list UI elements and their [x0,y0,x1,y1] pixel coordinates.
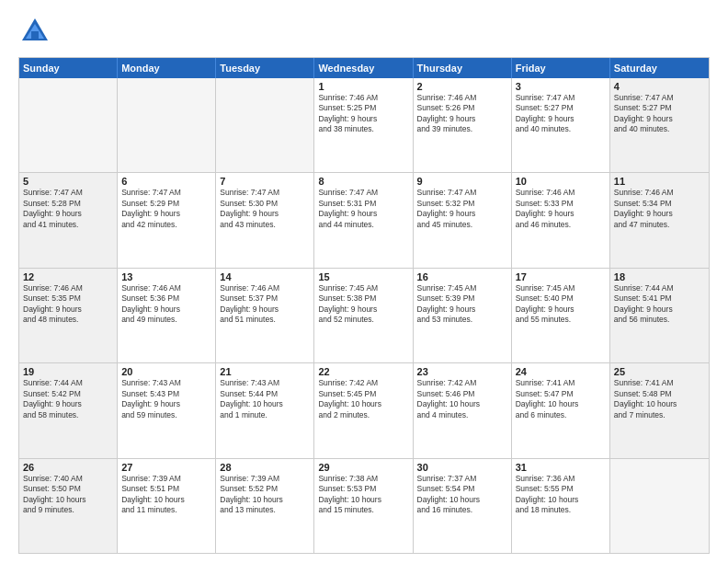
day-number: 22 [318,366,408,377]
weekday-header: Saturday [610,58,709,78]
day-number: 26 [23,462,113,473]
cell-info: Sunrise: 7:46 AMSunset: 5:25 PMDaylight:… [318,93,408,135]
cell-info: Sunrise: 7:47 AMSunset: 5:28 PMDaylight:… [23,188,113,230]
day-number: 23 [417,366,507,377]
logo [18,15,55,48]
cell-info: Sunrise: 7:40 AMSunset: 5:50 PMDaylight:… [23,474,113,516]
calendar-cell: 15Sunrise: 7:45 AMSunset: 5:38 PMDayligh… [314,269,413,362]
cell-info: Sunrise: 7:45 AMSunset: 5:39 PMDaylight:… [417,283,507,326]
day-number: 9 [417,176,507,187]
calendar-row: 5Sunrise: 7:47 AMSunset: 5:28 PMDaylight… [19,172,709,267]
cell-info: Sunrise: 7:42 AMSunset: 5:45 PMDaylight:… [318,378,408,420]
calendar-cell: 9Sunrise: 7:47 AMSunset: 5:32 PMDaylight… [414,173,512,267]
day-number: 19 [23,366,113,377]
calendar-cell: 16Sunrise: 7:45 AMSunset: 5:39 PMDayligh… [414,269,512,362]
header [18,15,710,48]
calendar-cell: 18Sunrise: 7:44 AMSunset: 5:41 PMDayligh… [610,269,709,362]
cell-info: Sunrise: 7:46 AMSunset: 5:36 PMDaylight:… [121,283,211,326]
cell-info: Sunrise: 7:46 AMSunset: 5:37 PMDaylight:… [220,283,310,326]
calendar-cell: 3Sunrise: 7:47 AMSunset: 5:27 PMDaylight… [512,78,610,172]
calendar-cell: 6Sunrise: 7:47 AMSunset: 5:29 PMDaylight… [118,173,216,267]
day-number: 8 [318,176,408,187]
cell-info: Sunrise: 7:47 AMSunset: 5:31 PMDaylight:… [318,188,408,230]
day-number: 21 [220,366,310,377]
svg-rect-2 [31,31,39,40]
cell-info: Sunrise: 7:45 AMSunset: 5:40 PMDaylight:… [516,283,606,326]
cell-info: Sunrise: 7:46 AMSunset: 5:26 PMDaylight:… [417,93,507,135]
weekday-header: Monday [118,58,216,78]
day-number: 24 [516,366,606,377]
cell-info: Sunrise: 7:47 AMSunset: 5:27 PMDaylight:… [614,93,705,135]
calendar-cell: 8Sunrise: 7:47 AMSunset: 5:31 PMDaylight… [314,173,413,267]
cell-info: Sunrise: 7:36 AMSunset: 5:55 PMDaylight:… [516,474,606,516]
day-number: 16 [417,271,507,282]
calendar-cell: 23Sunrise: 7:42 AMSunset: 5:46 PMDayligh… [414,363,512,457]
cell-info: Sunrise: 7:42 AMSunset: 5:46 PMDaylight:… [417,378,507,420]
day-number: 15 [318,271,408,282]
cell-info: Sunrise: 7:46 AMSunset: 5:33 PMDaylight:… [516,188,606,230]
cell-info: Sunrise: 7:43 AMSunset: 5:43 PMDaylight:… [121,378,211,420]
day-number: 29 [318,462,408,473]
cell-info: Sunrise: 7:47 AMSunset: 5:29 PMDaylight:… [121,188,211,230]
calendar-cell: 24Sunrise: 7:41 AMSunset: 5:47 PMDayligh… [512,363,610,457]
calendar-cell: 29Sunrise: 7:38 AMSunset: 5:53 PMDayligh… [314,459,413,553]
day-number: 11 [614,176,705,187]
cell-info: Sunrise: 7:37 AMSunset: 5:54 PMDaylight:… [417,474,507,516]
day-number: 7 [220,176,310,187]
calendar-cell: 11Sunrise: 7:46 AMSunset: 5:34 PMDayligh… [610,173,709,267]
day-number: 3 [516,81,606,92]
cell-info: Sunrise: 7:41 AMSunset: 5:48 PMDaylight:… [614,378,705,420]
calendar-body: 1Sunrise: 7:46 AMSunset: 5:25 PMDaylight… [19,78,709,553]
day-number: 17 [516,271,606,282]
day-number: 6 [121,176,211,187]
calendar-cell: 5Sunrise: 7:47 AMSunset: 5:28 PMDaylight… [19,173,118,267]
calendar-cell: 31Sunrise: 7:36 AMSunset: 5:55 PMDayligh… [512,459,610,553]
calendar: SundayMondayTuesdayWednesdayThursdayFrid… [18,57,710,554]
calendar-cell: 19Sunrise: 7:44 AMSunset: 5:42 PMDayligh… [19,363,118,457]
calendar-cell: 13Sunrise: 7:46 AMSunset: 5:36 PMDayligh… [118,269,216,362]
day-number: 28 [220,462,310,473]
weekday-header: Friday [512,58,610,78]
calendar-cell: 4Sunrise: 7:47 AMSunset: 5:27 PMDaylight… [610,78,709,172]
calendar-cell [216,78,314,172]
calendar-header: SundayMondayTuesdayWednesdayThursdayFrid… [19,58,709,78]
calendar-cell [610,459,709,553]
weekday-header: Sunday [19,58,118,78]
cell-info: Sunrise: 7:39 AMSunset: 5:52 PMDaylight:… [220,474,310,516]
cell-info: Sunrise: 7:47 AMSunset: 5:32 PMDaylight:… [417,188,507,230]
calendar-cell [118,78,216,172]
day-number: 27 [121,462,211,473]
calendar-cell: 10Sunrise: 7:46 AMSunset: 5:33 PMDayligh… [512,173,610,267]
weekday-header: Tuesday [216,58,314,78]
cell-info: Sunrise: 7:44 AMSunset: 5:41 PMDaylight:… [614,283,705,326]
cell-info: Sunrise: 7:43 AMSunset: 5:44 PMDaylight:… [220,378,310,420]
calendar-cell: 27Sunrise: 7:39 AMSunset: 5:51 PMDayligh… [118,459,216,553]
calendar-cell: 22Sunrise: 7:42 AMSunset: 5:45 PMDayligh… [314,363,413,457]
cell-info: Sunrise: 7:47 AMSunset: 5:27 PMDaylight:… [516,93,606,135]
day-number: 18 [614,271,705,282]
page: SundayMondayTuesdayWednesdayThursdayFrid… [0,0,728,563]
day-number: 12 [23,271,113,282]
day-number: 5 [23,176,113,187]
cell-info: Sunrise: 7:38 AMSunset: 5:53 PMDaylight:… [318,474,408,516]
calendar-row: 1Sunrise: 7:46 AMSunset: 5:25 PMDaylight… [19,78,709,172]
calendar-cell: 30Sunrise: 7:37 AMSunset: 5:54 PMDayligh… [414,459,512,553]
calendar-row: 19Sunrise: 7:44 AMSunset: 5:42 PMDayligh… [19,362,709,457]
day-number: 1 [318,81,408,92]
day-number: 2 [417,81,507,92]
calendar-cell: 14Sunrise: 7:46 AMSunset: 5:37 PMDayligh… [216,269,314,362]
cell-info: Sunrise: 7:47 AMSunset: 5:30 PMDaylight:… [220,188,310,230]
day-number: 30 [417,462,507,473]
day-number: 31 [516,462,606,473]
calendar-cell: 12Sunrise: 7:46 AMSunset: 5:35 PMDayligh… [19,269,118,362]
calendar-cell: 7Sunrise: 7:47 AMSunset: 5:30 PMDaylight… [216,173,314,267]
calendar-cell: 20Sunrise: 7:43 AMSunset: 5:43 PMDayligh… [118,363,216,457]
weekday-header: Wednesday [314,58,413,78]
cell-info: Sunrise: 7:45 AMSunset: 5:38 PMDaylight:… [318,283,408,326]
day-number: 13 [121,271,211,282]
calendar-cell: 25Sunrise: 7:41 AMSunset: 5:48 PMDayligh… [610,363,709,457]
cell-info: Sunrise: 7:46 AMSunset: 5:34 PMDaylight:… [614,188,705,230]
day-number: 25 [614,366,705,377]
calendar-cell: 17Sunrise: 7:45 AMSunset: 5:40 PMDayligh… [512,269,610,362]
calendar-cell: 2Sunrise: 7:46 AMSunset: 5:26 PMDaylight… [414,78,512,172]
